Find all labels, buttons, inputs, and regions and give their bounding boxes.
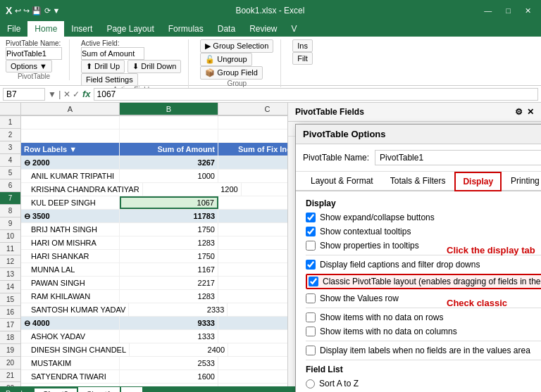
- no-data-rows-checkbox[interactable]: [306, 312, 316, 322]
- field-settings-btn[interactable]: Field Settings: [81, 73, 138, 86]
- options-button[interactable]: Options ▼: [6, 60, 52, 72]
- tab-page-layout[interactable]: Page Layout: [99, 21, 161, 37]
- cell-a5[interactable]: ANIL KUMAR TRIPATHI: [21, 170, 120, 182]
- close-button[interactable]: ✕: [521, 5, 535, 17]
- row-header-7: 7: [0, 192, 21, 205]
- cell-b1[interactable]: [120, 116, 218, 129]
- sheet-tab-sheet2[interactable]: Sheet2: [35, 387, 77, 392]
- cell-a18[interactable]: DINESH SINGH CHANDEL: [21, 343, 130, 356]
- active-field-label-row: Active Field:: [81, 39, 181, 47]
- cell-b2[interactable]: [120, 129, 218, 142]
- sort-az-radio[interactable]: [306, 379, 315, 388]
- tab-review[interactable]: Review: [242, 21, 284, 37]
- cell-a9[interactable]: BRIJ NATH SINGH: [21, 223, 120, 236]
- cell-a20[interactable]: SATYENDRA TIWARI: [21, 370, 120, 383]
- cell-a2[interactable]: [21, 129, 120, 142]
- cell-a15[interactable]: SANTOSH KUMAR YADAV: [21, 303, 129, 316]
- cell-b10[interactable]: 1283: [120, 236, 218, 249]
- row-header-5: 5: [0, 167, 21, 179]
- row-header-9: 9: [0, 217, 21, 230]
- active-field-input[interactable]: [81, 47, 144, 60]
- group-selection-button[interactable]: ▶ Group Selection: [200, 39, 273, 53]
- ready-status: Ready: [0, 390, 32, 393]
- cell-a14[interactable]: RAM KHILAWAN: [21, 290, 120, 303]
- cell-b13[interactable]: 2217: [120, 277, 218, 289]
- cell-a16[interactable]: ⊖ 4000: [21, 317, 120, 329]
- gear-icon[interactable]: ⚙: [515, 107, 523, 117]
- cell-b19[interactable]: 2533: [120, 357, 218, 369]
- cell-b14[interactable]: 1283: [120, 290, 218, 303]
- cell-b12[interactable]: 1167: [120, 263, 218, 276]
- cell-b20[interactable]: 1600: [120, 370, 218, 383]
- cell-b7[interactable]: 1067: [120, 196, 218, 209]
- cell-b15[interactable]: 2333: [129, 303, 228, 316]
- cell-b5[interactable]: 1000: [120, 170, 218, 182]
- formula-input[interactable]: [94, 88, 538, 101]
- sheet-tab-sheet1[interactable]: Sheet1: [78, 387, 120, 392]
- cell-a4[interactable]: ⊖ 2000: [21, 156, 120, 169]
- row-header-17: 17: [0, 319, 21, 331]
- cell-b11[interactable]: 1750: [120, 250, 218, 263]
- item-labels-checkbox[interactable]: [306, 346, 316, 355]
- pivot-name-label: PivotTable Name:: [6, 39, 61, 47]
- main-area: A B C 1 2 3 4 5 6 7 8 9 10 11 12 13 14 1…: [0, 103, 541, 386]
- properties-tooltips-label: Show properties in tooltips: [320, 241, 419, 251]
- cell-b4[interactable]: 3267: [120, 156, 218, 169]
- tab-data[interactable]: Data: [211, 21, 242, 37]
- tab-printing[interactable]: Printing: [503, 172, 541, 191]
- field-captions-checkbox[interactable]: [306, 260, 316, 270]
- contextual-tooltips-checkbox[interactable]: [306, 227, 316, 236]
- cell-a12[interactable]: MUNNA LAL: [21, 263, 120, 276]
- cell-b17[interactable]: 1333: [120, 330, 218, 343]
- separator-4: [306, 360, 541, 360]
- field-settings-row2: Field Settings: [81, 73, 181, 86]
- properties-tooltips-checkbox[interactable]: [306, 241, 316, 251]
- cell-a10[interactable]: HARI OM MISHRA: [21, 236, 120, 249]
- classic-layout-checkbox[interactable]: [309, 277, 318, 286]
- cell-b21[interactable]: 1467: [120, 384, 218, 386]
- expand-collapse-checkbox[interactable]: [306, 213, 316, 222]
- drill-down-button[interactable]: ⬇ Drill Down: [128, 60, 181, 73]
- dialog-name-input[interactable]: [375, 150, 541, 165]
- cell-reference-input[interactable]: [3, 88, 45, 101]
- cell-b18[interactable]: 2400: [130, 343, 228, 356]
- group-group-label: Group: [200, 80, 273, 87]
- tab-formulas[interactable]: Formulas: [161, 21, 211, 37]
- tab-layout-format[interactable]: Layout & Format: [303, 172, 381, 191]
- cell-a19[interactable]: MUSTAKIM: [21, 357, 120, 369]
- ungroup-button[interactable]: 🔓 Ungroup: [200, 53, 251, 66]
- cell-b9[interactable]: 1750: [120, 223, 218, 236]
- close-icon[interactable]: ✕: [527, 107, 534, 117]
- cell-b16[interactable]: 9333: [120, 317, 218, 329]
- tab-file[interactable]: File: [0, 21, 27, 37]
- cell-a1[interactable]: [21, 116, 120, 129]
- cell-b3[interactable]: Sum of Amount: [120, 143, 218, 156]
- cell-b8[interactable]: 11783: [120, 210, 218, 222]
- field-settings-button[interactable]: ⬆ Drill Up: [81, 60, 125, 73]
- group-field-button[interactable]: 📦 Group Field: [200, 66, 263, 80]
- minimize-button[interactable]: —: [480, 5, 496, 17]
- cell-a7[interactable]: KUL DEEP SINGH: [21, 196, 120, 209]
- tab-home[interactable]: Home: [27, 21, 64, 37]
- cell-b6[interactable]: 1200: [143, 183, 242, 196]
- ins-row: Ins: [292, 39, 342, 52]
- ins-button[interactable]: Ins: [292, 39, 313, 52]
- cell-a17[interactable]: ASHOK YADAV: [21, 330, 120, 343]
- tab-insert[interactable]: Insert: [64, 21, 99, 37]
- filt-button[interactable]: Filt: [292, 52, 313, 65]
- option-field-captions: Display field captions and filter drop d…: [306, 260, 541, 270]
- tab-display[interactable]: Display: [454, 172, 502, 191]
- values-row-checkbox[interactable]: [306, 293, 316, 303]
- no-data-cols-checkbox[interactable]: [306, 327, 316, 336]
- tab-view[interactable]: V: [285, 21, 304, 37]
- cell-a6[interactable]: KRISHNA CHANDRA KATIYAR: [21, 183, 143, 196]
- cell-a3[interactable]: Row Labels ▼: [21, 143, 120, 156]
- cell-a13[interactable]: PAWAN SINGH: [21, 277, 120, 289]
- tab-totals-filters[interactable]: Totals & Filters: [383, 172, 454, 191]
- add-sheet-button[interactable]: +: [121, 387, 142, 392]
- cell-a8[interactable]: ⊖ 3500: [21, 210, 120, 222]
- cell-a11[interactable]: HARI SHANKAR: [21, 250, 120, 263]
- cell-a21[interactable]: SURENDRA PAL: [21, 384, 120, 386]
- maximize-button[interactable]: □: [502, 5, 515, 17]
- pivot-name-input[interactable]: [6, 47, 62, 60]
